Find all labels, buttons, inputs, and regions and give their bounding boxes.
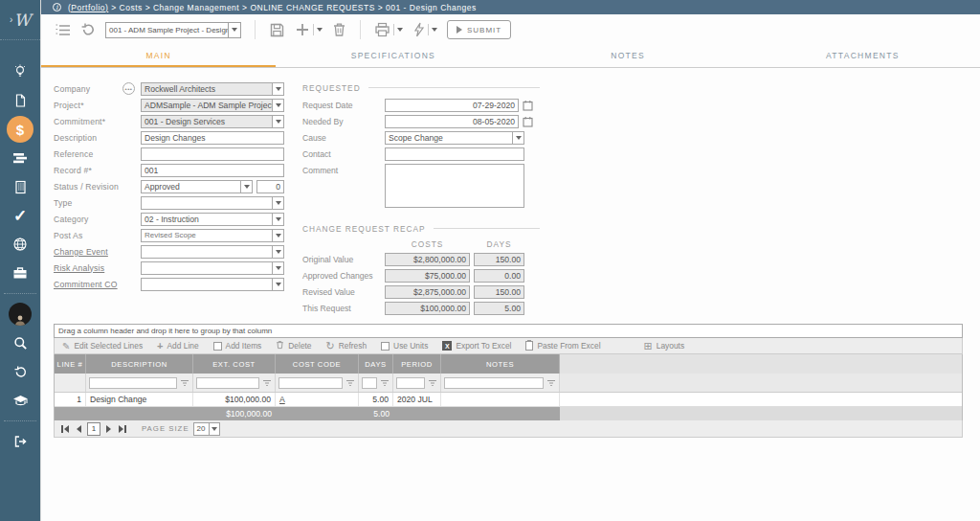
column-header-period[interactable]: PERIOD bbox=[393, 354, 441, 374]
reference-input[interactable] bbox=[141, 147, 284, 161]
project-dropdown[interactable]: ADMSample - ADM Sample Project bbox=[141, 99, 284, 112]
filter-ext-cost-input[interactable] bbox=[196, 377, 259, 389]
cost-code-link[interactable]: A bbox=[279, 395, 285, 404]
column-header-description[interactable]: DESCRIPTION bbox=[86, 354, 193, 374]
record-number-input[interactable] bbox=[141, 164, 284, 177]
status-dropdown[interactable]: Approved bbox=[141, 180, 253, 193]
column-header-notes[interactable]: NOTES bbox=[441, 354, 560, 374]
column-header-cost-code[interactable]: COST CODE bbox=[276, 354, 359, 374]
footer-ext-cost-total: $100,000.00 bbox=[193, 407, 276, 420]
footer-days-total: 5.00 bbox=[359, 407, 393, 420]
add-line-button[interactable]: + Add Line bbox=[157, 341, 199, 351]
commitment-co-link[interactable]: Commitment CO bbox=[54, 280, 141, 289]
add-dropdown-caret[interactable] bbox=[317, 28, 323, 32]
column-header-line[interactable]: LINE # bbox=[55, 354, 86, 374]
record-history-icon[interactable] bbox=[80, 22, 96, 37]
page-size-dropdown[interactable]: 20 bbox=[193, 422, 220, 436]
filter-notes-input[interactable] bbox=[444, 377, 544, 389]
filter-icon[interactable] bbox=[262, 378, 272, 388]
filter-cost-code-input[interactable] bbox=[278, 377, 343, 389]
form-row-project: Project* ADMSample - ADM Sample Project bbox=[54, 97, 302, 113]
delete-record-icon[interactable] bbox=[332, 22, 346, 37]
record-selector-dropdown[interactable]: 001 - ADM Sample Project - Design C bbox=[105, 22, 241, 38]
column-header-days[interactable]: DAYS bbox=[359, 354, 393, 374]
group-by-panel[interactable]: Drag a column header and drop it here to… bbox=[54, 324, 963, 338]
sidebar-item-assets[interactable] bbox=[0, 172, 40, 201]
sidebar-item-ideas[interactable] bbox=[0, 57, 40, 86]
type-dropdown[interactable] bbox=[141, 196, 284, 210]
commitment-dropdown[interactable]: 001 - Design Services bbox=[141, 115, 284, 128]
submit-label: SUBMIT bbox=[467, 26, 501, 34]
sidebar-item-costs[interactable]: $ bbox=[0, 115, 40, 144]
revision-field[interactable]: 0 bbox=[256, 180, 284, 193]
company-lookup-button[interactable]: ••• bbox=[122, 82, 135, 95]
last-page-button[interactable] bbox=[117, 425, 128, 433]
print-icon[interactable] bbox=[374, 22, 390, 37]
calendar-icon[interactable] bbox=[523, 116, 533, 127]
next-page-button[interactable] bbox=[104, 425, 113, 433]
tab-attachments[interactable]: ATTACHMENTS bbox=[746, 45, 980, 67]
current-page-indicator[interactable]: 1 bbox=[87, 422, 100, 436]
post-as-dropdown[interactable]: Revised Scope bbox=[141, 229, 284, 242]
filter-icon[interactable] bbox=[428, 378, 437, 388]
delete-lines-button[interactable]: Delete bbox=[276, 340, 311, 351]
first-page-button[interactable] bbox=[59, 425, 71, 433]
add-items-button[interactable]: Add Items bbox=[213, 341, 262, 351]
refresh-button[interactable]: ↻ Refresh bbox=[326, 341, 368, 351]
risk-analysis-link[interactable]: Risk Analysis bbox=[54, 263, 141, 273]
tab-specifications[interactable]: SPECIFICATIONS bbox=[276, 45, 510, 67]
use-units-checkbox[interactable]: Use Units bbox=[381, 341, 428, 351]
commitment-co-dropdown[interactable] bbox=[141, 278, 284, 291]
needed-by-field[interactable]: 08-05-2020 bbox=[385, 115, 519, 128]
comment-textarea[interactable] bbox=[385, 164, 524, 208]
risk-analysis-dropdown[interactable] bbox=[141, 261, 284, 275]
lightning-icon[interactable] bbox=[412, 22, 425, 37]
sidebar-item-tasks[interactable]: ✓ bbox=[0, 201, 40, 230]
submit-button[interactable]: SUBMIT bbox=[447, 20, 511, 39]
filter-icon[interactable] bbox=[546, 378, 556, 388]
category-dropdown[interactable]: 02 - Instruction bbox=[141, 213, 284, 226]
filter-description-input[interactable] bbox=[89, 377, 177, 389]
print-dropdown-caret[interactable] bbox=[397, 28, 403, 32]
filter-icon[interactable] bbox=[180, 378, 189, 388]
tab-main[interactable]: MAIN bbox=[41, 45, 276, 67]
calendar-icon[interactable] bbox=[523, 100, 533, 111]
layouts-button[interactable]: ⊞ Layouts bbox=[644, 341, 685, 351]
sidebar-item-schedules[interactable] bbox=[0, 144, 40, 172]
table-row[interactable]: 1 Design Change $100,000.00 A 5.00 2020 … bbox=[55, 393, 962, 407]
sidebar-item-search[interactable] bbox=[0, 328, 40, 357]
record-list-icon[interactable] bbox=[55, 23, 71, 37]
sidebar-item-documents[interactable] bbox=[0, 86, 40, 115]
breadcrumb-portfolio-link[interactable]: (Portfolio) bbox=[68, 3, 108, 12]
breadcrumb-path: > Costs > Change Management > ONLINE CHA… bbox=[111, 3, 476, 12]
filter-period-input[interactable] bbox=[396, 377, 425, 389]
filter-days-input[interactable] bbox=[362, 377, 377, 389]
tab-notes[interactable]: NOTES bbox=[511, 45, 746, 67]
sidebar-item-history[interactable] bbox=[0, 357, 40, 386]
request-date-field[interactable]: 07-29-2020 bbox=[385, 99, 519, 112]
filter-icon[interactable] bbox=[345, 378, 355, 388]
sidebar-item-logout[interactable] bbox=[0, 427, 40, 456]
sidebar-item-toolbox[interactable] bbox=[0, 259, 40, 287]
app-logo[interactable]: › W bbox=[0, 0, 40, 40]
cause-dropdown[interactable]: Scope Change bbox=[385, 131, 524, 145]
info-icon[interactable]: i bbox=[53, 3, 61, 11]
save-icon[interactable] bbox=[269, 22, 285, 38]
sidebar-item-profile[interactable] bbox=[0, 300, 40, 328]
contact-input[interactable] bbox=[385, 147, 524, 161]
description-input[interactable] bbox=[141, 131, 284, 145]
edit-selected-lines-button[interactable]: ✎ Edit Selected Lines bbox=[62, 341, 143, 351]
add-icon[interactable] bbox=[295, 22, 310, 37]
change-event-dropdown[interactable] bbox=[141, 245, 284, 259]
previous-page-button[interactable] bbox=[75, 425, 83, 433]
sidebar-item-portal[interactable] bbox=[0, 230, 40, 259]
export-to-excel-button[interactable]: X Export To Excel bbox=[442, 341, 511, 351]
grid-header-row: LINE # DESCRIPTION EXT. COST COST CODE D… bbox=[55, 354, 962, 374]
column-header-ext-cost[interactable]: EXT. COST bbox=[193, 354, 276, 374]
actions-dropdown-caret[interactable] bbox=[432, 28, 437, 32]
filter-icon[interactable] bbox=[380, 378, 390, 388]
company-dropdown[interactable]: Rockwell Architects bbox=[141, 82, 284, 96]
sidebar-item-learning[interactable] bbox=[0, 386, 40, 415]
change-event-link[interactable]: Change Event bbox=[54, 247, 141, 257]
paste-from-excel-button[interactable]: Paste From Excel bbox=[525, 341, 600, 351]
